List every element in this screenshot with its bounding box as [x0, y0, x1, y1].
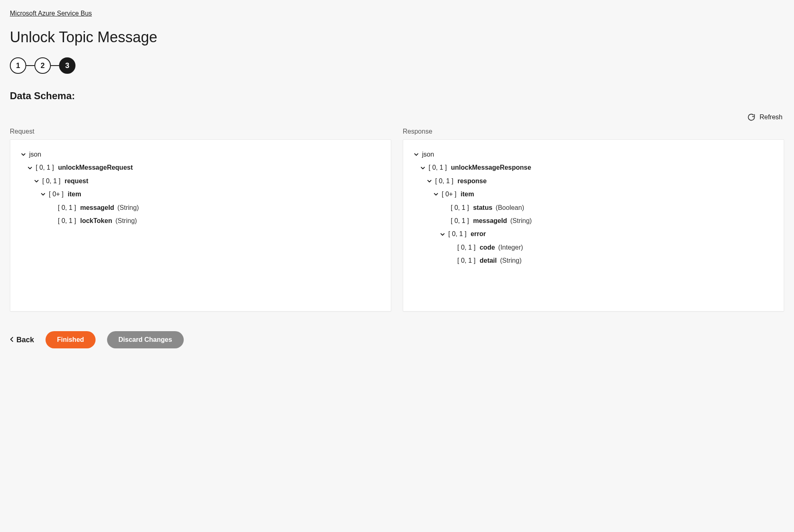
breadcrumb[interactable]: Microsoft Azure Service Bus	[10, 10, 92, 17]
tree-node-name: lockToken	[80, 216, 112, 225]
response-tree-row[interactable]: [ 0, 1 ] messageId (String)	[413, 214, 774, 227]
chevron-down-icon[interactable]	[40, 191, 46, 198]
tree-node-name: item	[461, 190, 474, 199]
finished-button[interactable]: Finished	[46, 331, 96, 348]
tree-node-cardinality: [ 0+ ]	[442, 190, 456, 199]
response-column-label: Response	[403, 128, 784, 135]
tree-node-type: (String)	[510, 216, 532, 225]
tree-node-cardinality: [ 0, 1 ]	[42, 177, 60, 186]
chevron-down-icon[interactable]	[27, 165, 33, 171]
tree-node-cardinality: [ 0, 1 ]	[36, 163, 54, 172]
step-2[interactable]: 2	[34, 57, 51, 74]
tree-node-name: messageId	[80, 203, 114, 212]
tree-node-cardinality: [ 0, 1 ]	[58, 203, 76, 212]
back-button[interactable]: Back	[10, 336, 34, 344]
tree-node-name: unlockMessageRequest	[58, 163, 132, 172]
tree-node-type: (String)	[500, 256, 521, 265]
tree-node-cardinality: [ 0, 1 ]	[429, 163, 447, 172]
tree-node-name: code	[479, 243, 495, 252]
response-tree-row[interactable]: [ 0, 1 ] unlockMessageResponse	[413, 161, 774, 174]
chevron-down-icon[interactable]	[20, 151, 27, 158]
section-heading: Data Schema:	[10, 90, 784, 102]
discard-changes-button[interactable]: Discard Changes	[107, 331, 184, 348]
response-tree-row[interactable]: [ 0+ ] item	[413, 188, 774, 201]
tree-node-type: (Integer)	[498, 243, 523, 252]
back-label: Back	[16, 336, 34, 344]
response-tree-row[interactable]: json	[413, 148, 774, 161]
request-column-label: Request	[10, 128, 391, 135]
step-connector	[51, 65, 59, 66]
stepper: 123	[10, 57, 784, 74]
response-tree-row[interactable]: [ 0, 1 ] code (Integer)	[413, 241, 774, 254]
tree-node-type: (String)	[117, 203, 139, 212]
page-title: Unlock Topic Message	[10, 29, 784, 46]
response-tree-row[interactable]: [ 0, 1 ] error	[413, 227, 774, 241]
tree-node-label: json	[422, 150, 434, 159]
request-tree-row[interactable]: [ 0, 1 ] messageId (String)	[20, 201, 381, 214]
refresh-icon	[747, 113, 755, 121]
request-tree-row[interactable]: [ 0, 1 ] unlockMessageRequest	[20, 161, 381, 174]
tree-node-name: request	[64, 177, 88, 186]
request-tree-row[interactable]: [ 0+ ] item	[20, 188, 381, 201]
tree-node-cardinality: [ 0, 1 ]	[457, 256, 475, 265]
tree-node-type: (String)	[115, 216, 137, 225]
tree-node-cardinality: [ 0, 1 ]	[448, 230, 466, 239]
tree-node-label: json	[29, 150, 41, 159]
tree-node-cardinality: [ 0, 1 ]	[451, 216, 469, 225]
chevron-down-icon[interactable]	[413, 151, 420, 158]
response-tree-row[interactable]: [ 0, 1 ] response	[413, 175, 774, 188]
chevron-down-icon[interactable]	[439, 231, 446, 238]
tree-node-cardinality: [ 0, 1 ]	[457, 243, 475, 252]
response-tree-row[interactable]: [ 0, 1 ] status (Boolean)	[413, 201, 774, 214]
tree-node-cardinality: [ 0, 1 ]	[451, 203, 469, 212]
tree-node-name: error	[470, 230, 486, 239]
tree-node-name: status	[473, 203, 492, 212]
tree-node-cardinality: [ 0, 1 ]	[58, 216, 76, 225]
chevron-down-icon[interactable]	[33, 178, 40, 184]
chevron-left-icon	[10, 336, 14, 344]
step-connector	[26, 65, 34, 66]
response-panel: json[ 0, 1 ] unlockMessageResponse[ 0, 1…	[403, 139, 784, 311]
chevron-down-icon[interactable]	[426, 178, 433, 184]
tree-node-name: unlockMessageResponse	[451, 163, 531, 172]
refresh-button[interactable]: Refresh	[747, 111, 783, 123]
tree-node-name: response	[457, 177, 486, 186]
request-tree-row[interactable]: json	[20, 148, 381, 161]
request-tree-row[interactable]: [ 0, 1 ] request	[20, 175, 381, 188]
tree-node-cardinality: [ 0, 1 ]	[435, 177, 453, 186]
tree-node-type: (Boolean)	[496, 203, 524, 212]
tree-node-name: detail	[479, 256, 497, 265]
chevron-down-icon[interactable]	[420, 165, 426, 171]
tree-node-name: item	[68, 190, 81, 199]
request-tree-row[interactable]: [ 0, 1 ] lockToken (String)	[20, 214, 381, 227]
request-panel: json[ 0, 1 ] unlockMessageRequest[ 0, 1 …	[10, 139, 391, 311]
chevron-down-icon[interactable]	[433, 191, 439, 198]
response-tree-row[interactable]: [ 0, 1 ] detail (String)	[413, 254, 774, 267]
tree-node-name: messageId	[473, 216, 507, 225]
step-3[interactable]: 3	[59, 57, 75, 74]
tree-node-cardinality: [ 0+ ]	[49, 190, 64, 199]
refresh-label: Refresh	[760, 114, 783, 121]
step-1[interactable]: 1	[10, 57, 26, 74]
